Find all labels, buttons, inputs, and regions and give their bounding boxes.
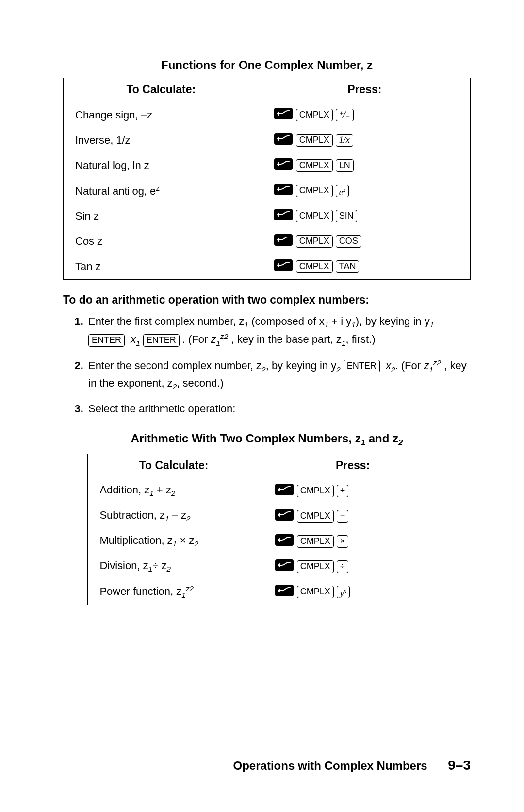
table-row: Subtraction, z1 – z2CMPLX− bbox=[88, 504, 446, 529]
shift-key-icon bbox=[275, 483, 294, 499]
cos-key-icon: COS bbox=[336, 235, 361, 248]
tan-key-icon: TAN bbox=[336, 260, 360, 273]
shift-key-icon bbox=[274, 107, 293, 123]
e-x-key-icon: ex bbox=[336, 185, 349, 197]
step-3: Select the arithmetic operation: bbox=[86, 401, 471, 417]
calc-cell: Subtraction, z1 – z2 bbox=[88, 504, 260, 529]
ln-key-icon: LN bbox=[336, 159, 354, 172]
step-1: Enter the first complex number, z1 (comp… bbox=[86, 313, 471, 349]
table-row: Power function, z1z2CMPLXyx bbox=[88, 579, 446, 605]
calc-cell: Power function, z1z2 bbox=[88, 579, 260, 605]
shift-key-icon bbox=[275, 559, 294, 575]
enter-key-icon: ENTER bbox=[344, 360, 380, 372]
shift-key-icon bbox=[275, 584, 294, 600]
calc-cell: Cos z bbox=[64, 229, 259, 254]
calc-cell: Natural antilog, ez bbox=[64, 178, 259, 203]
svg-rect-4 bbox=[274, 209, 293, 220]
calc-cell: Tan z bbox=[64, 254, 259, 280]
svg-rect-3 bbox=[274, 184, 293, 195]
enter-key-icon: ENTER bbox=[88, 334, 125, 347]
press-cell: CMPLX⁺∕₋ bbox=[259, 102, 470, 128]
cmplx-key-icon: CMPLX bbox=[297, 560, 334, 573]
table2-header-right: Press: bbox=[260, 454, 446, 478]
calc-cell: Multiplication, z1 × z2 bbox=[88, 529, 260, 554]
table2: To Calculate: Press: Addition, z1 + z2CM… bbox=[87, 454, 446, 605]
cmplx-key-icon: CMPLX bbox=[296, 159, 333, 172]
press-cell: CMPLX− bbox=[260, 504, 446, 529]
svg-rect-0 bbox=[274, 108, 293, 119]
svg-rect-9 bbox=[275, 534, 294, 546]
svg-rect-6 bbox=[274, 259, 293, 271]
svg-rect-11 bbox=[275, 585, 294, 596]
table1-header-right: Press: bbox=[259, 78, 470, 102]
enter-key-icon: ENTER bbox=[143, 334, 180, 347]
press-cell: CMPLX× bbox=[260, 529, 446, 554]
shift-key-icon bbox=[274, 133, 293, 148]
step-2: Enter the second complex number, z2, by … bbox=[86, 357, 471, 393]
calc-cell: Inverse, 1/z bbox=[64, 128, 259, 153]
table-row: Change sign, –zCMPLX⁺∕₋ bbox=[64, 102, 471, 128]
table1-title: Functions for One Complex Number, z bbox=[63, 58, 471, 72]
steps-list: Enter the first complex number, z1 (comp… bbox=[63, 313, 471, 417]
table1-header-left: To Calculate: bbox=[64, 78, 259, 102]
calc-cell: Division, z1÷ z2 bbox=[88, 554, 260, 579]
sin-key-icon: SIN bbox=[336, 210, 357, 222]
cmplx-key-icon: CMPLX bbox=[297, 586, 334, 598]
svg-rect-5 bbox=[274, 234, 293, 246]
cmplx-key-icon: CMPLX bbox=[296, 235, 333, 248]
calc-cell: Change sign, –z bbox=[64, 102, 259, 128]
shift-key-icon bbox=[274, 158, 293, 173]
table-row: Multiplication, z1 × z2CMPLX× bbox=[88, 529, 446, 554]
press-cell: CMPLXex bbox=[259, 178, 470, 203]
table1: To Calculate: Press: Change sign, –zCMPL… bbox=[63, 78, 471, 280]
press-cell: CMPLXCOS bbox=[259, 229, 470, 254]
cmplx-key-icon: CMPLX bbox=[296, 134, 333, 147]
cmplx-key-icon: CMPLX bbox=[296, 185, 333, 197]
1-x-key-icon: 1/x bbox=[336, 134, 353, 147]
calc-cell: Natural log, ln z bbox=[64, 153, 259, 178]
cmplx-key-icon: CMPLX bbox=[297, 535, 334, 548]
table-row: Tan zCMPLXTAN bbox=[64, 254, 471, 280]
shift-key-icon bbox=[274, 208, 293, 224]
arith-heading: To do an arithmetic operation with two c… bbox=[63, 293, 471, 306]
--key-icon: − bbox=[337, 510, 349, 523]
svg-rect-8 bbox=[275, 509, 294, 521]
cmplx-key-icon: CMPLX bbox=[296, 109, 333, 121]
table-row: Sin zCMPLXSIN bbox=[64, 203, 471, 229]
shift-key-icon bbox=[274, 183, 293, 199]
press-cell: CMPLX+ bbox=[260, 478, 446, 504]
svg-rect-1 bbox=[274, 133, 293, 145]
page-footer: Operations with Complex Numbers 9–3 bbox=[233, 758, 471, 773]
press-cell: CMPLX÷ bbox=[260, 554, 446, 579]
table-row: Cos zCMPLXCOS bbox=[64, 229, 471, 254]
press-cell: CMPLX1/x bbox=[259, 128, 470, 153]
svg-rect-2 bbox=[274, 158, 293, 170]
y-x-key-icon: yx bbox=[337, 586, 350, 598]
press-cell: CMPLXSIN bbox=[259, 203, 470, 229]
shift-key-icon bbox=[275, 508, 294, 524]
table-row: Natural log, ln zCMPLXLN bbox=[64, 153, 471, 178]
svg-rect-10 bbox=[275, 559, 294, 571]
cmplx-key-icon: CMPLX bbox=[296, 210, 333, 222]
press-cell: CMPLXLN bbox=[259, 153, 470, 178]
--key-icon: × bbox=[337, 535, 349, 548]
svg-rect-7 bbox=[275, 484, 294, 495]
cmplx-key-icon: CMPLX bbox=[296, 260, 333, 273]
press-cell: CMPLXTAN bbox=[259, 254, 470, 280]
table-row: Addition, z1 + z2CMPLX+ bbox=[88, 478, 446, 504]
table2-title: Arithmetic With Two Complex Numbers, z1 … bbox=[63, 432, 471, 448]
table-row: Natural antilog, ezCMPLXex bbox=[64, 178, 471, 203]
--key-icon: ⁺∕₋ bbox=[336, 109, 354, 121]
--key-icon: ÷ bbox=[337, 560, 348, 573]
cmplx-key-icon: CMPLX bbox=[297, 510, 334, 523]
--key-icon: + bbox=[337, 485, 349, 497]
table-row: Division, z1÷ z2CMPLX÷ bbox=[88, 554, 446, 579]
table-row: Inverse, 1/zCMPLX1/x bbox=[64, 128, 471, 153]
calc-cell: Sin z bbox=[64, 203, 259, 229]
press-cell: CMPLXyx bbox=[260, 579, 446, 605]
cmplx-key-icon: CMPLX bbox=[297, 485, 334, 497]
shift-key-icon bbox=[275, 534, 294, 549]
footer-page-number: 9–3 bbox=[448, 758, 471, 773]
footer-title: Operations with Complex Numbers bbox=[233, 759, 427, 773]
table2-header-left: To Calculate: bbox=[88, 454, 260, 478]
